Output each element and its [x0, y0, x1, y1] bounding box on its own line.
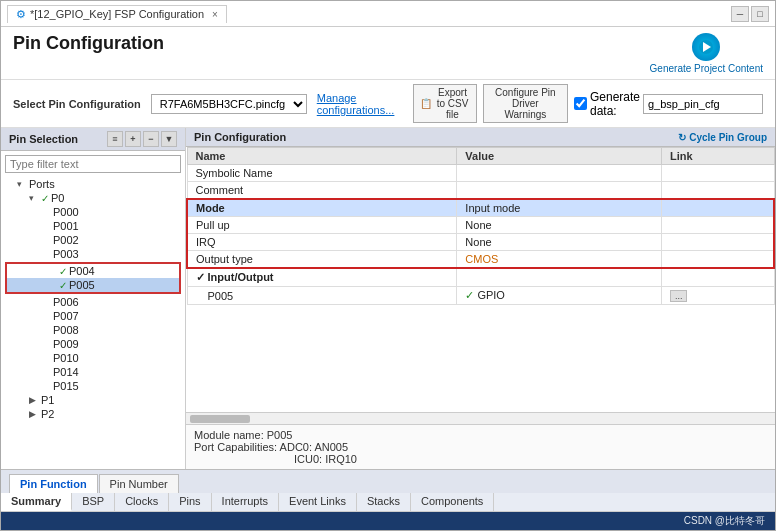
generate-icon [692, 33, 720, 61]
port-cap-label: Port Capabilities: [194, 441, 277, 453]
val-pullup[interactable]: None [457, 217, 662, 234]
p005-link-button[interactable]: ... [670, 290, 688, 302]
filter-input[interactable] [5, 155, 181, 173]
val-symbolic-name[interactable] [457, 165, 662, 182]
tree-item-p0[interactable]: ▾ ✓ P0 [1, 191, 185, 205]
col-link: Link [661, 148, 774, 165]
col-name: Name [187, 148, 457, 165]
link-irq [661, 234, 774, 251]
link-p005[interactable]: ... [661, 287, 774, 305]
maximize-button[interactable]: □ [751, 6, 769, 22]
val-irq[interactable]: None [457, 234, 662, 251]
tree-item-p003[interactable]: P003 [1, 247, 185, 261]
highlighted-pin-group: ✓ P004 ✓ P005 [5, 262, 181, 294]
window-controls: ─ □ [731, 6, 769, 22]
tree-item-p1[interactable]: ▶ P1 [1, 393, 185, 407]
tree-label-p007: P007 [53, 310, 79, 322]
link-symbolic-name [661, 165, 774, 182]
cycle-pin-group-button[interactable]: ↻ Cycle Pin Group [678, 132, 767, 143]
footer-text: CSDN @比特冬哥 [684, 514, 765, 528]
pin-selection-label: Pin Selection [9, 133, 78, 145]
tree-label-p002: P002 [53, 234, 79, 246]
horizontal-scrollbar[interactable] [186, 412, 775, 424]
table-row: P005 ✓ GPIO ... [187, 287, 774, 305]
sub-tab-bsp-label: BSP [82, 495, 104, 507]
tab-pin-function[interactable]: Pin Function [9, 474, 98, 494]
val-mode[interactable]: Input mode [457, 199, 662, 217]
close-tab-button[interactable]: × [212, 9, 218, 20]
tree-item-p001[interactable]: P001 [1, 219, 185, 233]
val-comment[interactable] [457, 182, 662, 200]
table-row: Pull up None [187, 217, 774, 234]
sub-tab-bsp[interactable]: BSP [72, 493, 115, 511]
val-p005[interactable]: ✓ GPIO [457, 287, 662, 305]
generate-data-checkbox[interactable] [574, 97, 587, 110]
sub-tab-summary[interactable]: Summary [1, 493, 72, 511]
tab-pin-function-label: Pin Function [20, 478, 87, 490]
tree-item-ports[interactable]: ▾ Ports [1, 177, 185, 191]
remove-icon[interactable]: − [143, 131, 159, 147]
generate-project-button[interactable]: Generate Project Content [650, 33, 763, 75]
tree-label-p004: P004 [69, 265, 95, 277]
sub-tab-interrupts[interactable]: Interrupts [212, 493, 279, 511]
export-csv-button[interactable]: 📋 Export to CSV file [413, 84, 477, 123]
tree-item-p2[interactable]: ▶ P2 [1, 407, 185, 421]
sub-tab-components[interactable]: Components [411, 493, 494, 511]
tree-item-p005[interactable]: ✓ P005 [7, 278, 179, 292]
sub-tab-event-links-label: Event Links [289, 495, 346, 507]
tree-item-p006[interactable]: P006 [1, 295, 185, 309]
config-row: Select Pin Configuration R7FA6M5BH3CFC.p… [1, 80, 775, 128]
tree-item-p009[interactable]: P009 [1, 337, 185, 351]
port-cap-row: Port Capabilities: ADC0: AN005 [194, 441, 767, 453]
sub-tab-interrupts-label: Interrupts [222, 495, 268, 507]
tree-label-ports: Ports [29, 178, 55, 190]
tree-item-p000[interactable]: P000 [1, 205, 185, 219]
right-panel: Pin Configuration ↻ Cycle Pin Group Name… [186, 128, 775, 469]
tree-item-p002[interactable]: P002 [1, 233, 185, 247]
sub-tab-clocks[interactable]: Clocks [115, 493, 169, 511]
configure-warnings-button[interactable]: Configure Pin Driver Warnings [483, 84, 568, 123]
pin-config-header: Pin Configuration ↻ Cycle Pin Group [186, 128, 775, 147]
sub-tab-event-links[interactable]: Event Links [279, 493, 357, 511]
config-right: 📋 Export to CSV file Configure Pin Drive… [413, 84, 763, 123]
tab-pin-number-label: Pin Number [110, 478, 168, 490]
title-tab[interactable]: ⚙ *[12_GPIO_Key] FSP Configuration × [7, 5, 227, 23]
main-window: ⚙ *[12_GPIO_Key] FSP Configuration × ─ □… [0, 0, 776, 531]
tree-item-p007[interactable]: P007 [1, 309, 185, 323]
port-cap-value1: ADC0: AN005 [280, 441, 348, 453]
tree-item-p010[interactable]: P010 [1, 351, 185, 365]
arrow-p1: ▶ [29, 395, 41, 405]
sub-tab-stacks[interactable]: Stacks [357, 493, 411, 511]
val-output-type[interactable]: CMOS [457, 251, 662, 269]
generate-data-input[interactable] [643, 94, 763, 114]
minimize-button[interactable]: ─ [731, 6, 749, 22]
add-icon[interactable]: + [125, 131, 141, 147]
port-cap-row2: ICU0: IRQ10 [194, 453, 767, 465]
generate-label: Generate Project Content [650, 63, 763, 75]
prop-output-type: Output type [187, 251, 457, 269]
collapse-icon[interactable]: ≡ [107, 131, 123, 147]
tree-area: ▾ Ports ▾ ✓ P0 P000 P001 [1, 177, 185, 469]
pin-selection-header: Pin Selection ≡ + − ▼ [1, 128, 185, 151]
sub-tab-pins[interactable]: Pins [169, 493, 211, 511]
manage-configurations-link[interactable]: Manage configurations... [317, 92, 403, 116]
check-p005: ✓ [59, 280, 67, 291]
select-pin-config-label: Select Pin Configuration [13, 98, 141, 110]
check-p0: ✓ [41, 193, 49, 204]
arrow-p0: ▾ [29, 193, 41, 203]
config-select[interactable]: R7FA6M5BH3CFC.pincfg [151, 94, 307, 114]
tab-pin-number[interactable]: Pin Number [99, 474, 179, 493]
tree-label-p005: P005 [69, 279, 95, 291]
val-io [457, 268, 662, 287]
tree-label-p2: P2 [41, 408, 54, 420]
check-gpio: ✓ [465, 289, 477, 301]
tree-item-p008[interactable]: P008 [1, 323, 185, 337]
sub-tab-clocks-label: Clocks [125, 495, 158, 507]
settings-icon[interactable]: ▼ [161, 131, 177, 147]
tree-item-p014[interactable]: P014 [1, 365, 185, 379]
tree-item-p004[interactable]: ✓ P004 [7, 264, 179, 278]
tree-label-p0: P0 [51, 192, 64, 204]
link-pullup [661, 217, 774, 234]
table-row: IRQ None [187, 234, 774, 251]
tree-item-p015[interactable]: P015 [1, 379, 185, 393]
